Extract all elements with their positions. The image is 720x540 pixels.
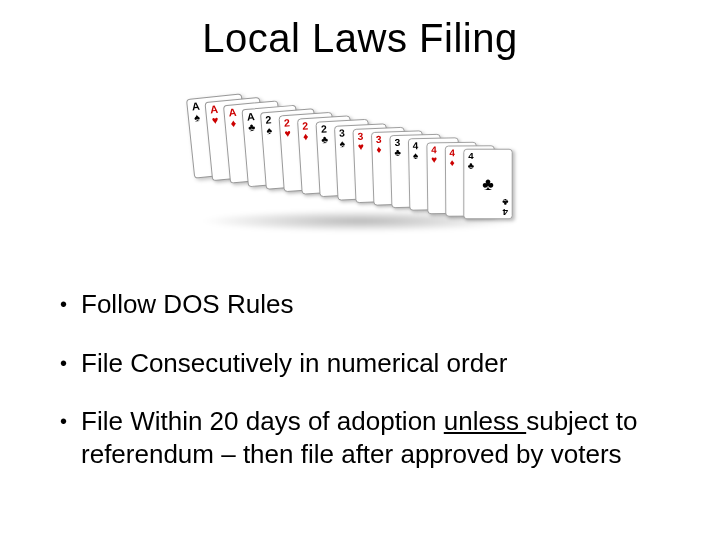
bullet-dot-icon: •	[60, 349, 67, 377]
bullet-dot-icon: •	[60, 407, 67, 435]
card-rank-top: 4♠	[413, 141, 419, 161]
card-rank-top: 3♦	[376, 135, 382, 155]
cards-illustration: A♠A♠♠A♥A♥♥A♦A♦♦A♣A♣♣2♠2♠♠2♥2♥♥2♦2♦♦2♣2♣♣…	[180, 90, 540, 240]
bullet-1: • Follow DOS Rules	[60, 288, 660, 321]
cards-wrap: A♠A♠♠A♥A♥♥A♦A♦♦A♣A♣♣2♠2♠♠2♥2♥♥2♦2♦♦2♣2♣♣…	[180, 90, 540, 240]
bullet-1-text: Follow DOS Rules	[81, 288, 660, 321]
bullet-2-text: File Consecutively in numerical order	[81, 347, 660, 380]
card-rank-top: A♥	[210, 104, 220, 126]
slide-title: Local Laws Filing	[0, 16, 720, 61]
card-rank-top: 2♠	[265, 114, 273, 136]
card-rank-top: 2♦	[302, 121, 309, 142]
card-rank-top: A♣	[247, 111, 257, 133]
card-rank-top: 3♣	[394, 138, 401, 158]
card-rank-top: 2♣	[320, 124, 328, 145]
bullet-dot-icon: •	[60, 290, 67, 318]
card-rank-top: 2♥	[283, 118, 291, 140]
card-rank-top: 3♠	[339, 128, 346, 149]
bullet-3-text: File Within 20 days of adoption unless s…	[81, 405, 660, 470]
bullet-3: • File Within 20 days of adoption unless…	[60, 405, 660, 470]
bullet-2: • File Consecutively in numerical order	[60, 347, 660, 380]
card-rank-top: 4♥	[431, 145, 437, 165]
card-rank-top: 3♥	[357, 131, 364, 152]
card-rank-top: A♦	[228, 107, 238, 129]
card-pip-icon: ♣	[482, 175, 494, 193]
card-rank-top: 4♦	[449, 148, 455, 168]
slide: Local Laws Filing A♠A♠♠A♥A♥♥A♦A♦♦A♣A♣♣2♠…	[0, 0, 720, 540]
bullet-3-underline: unless	[444, 406, 526, 436]
card-rank-bottom: 4♣	[502, 197, 508, 216]
bullet-list: • Follow DOS Rules • File Consecutively …	[60, 288, 660, 470]
card-rank-top: A♠	[191, 101, 201, 124]
playing-card: 4♣4♣♣	[463, 149, 512, 219]
card-rank-top: 4♣	[468, 151, 474, 170]
bullet-3-pre: File Within 20 days of adoption	[81, 406, 444, 436]
